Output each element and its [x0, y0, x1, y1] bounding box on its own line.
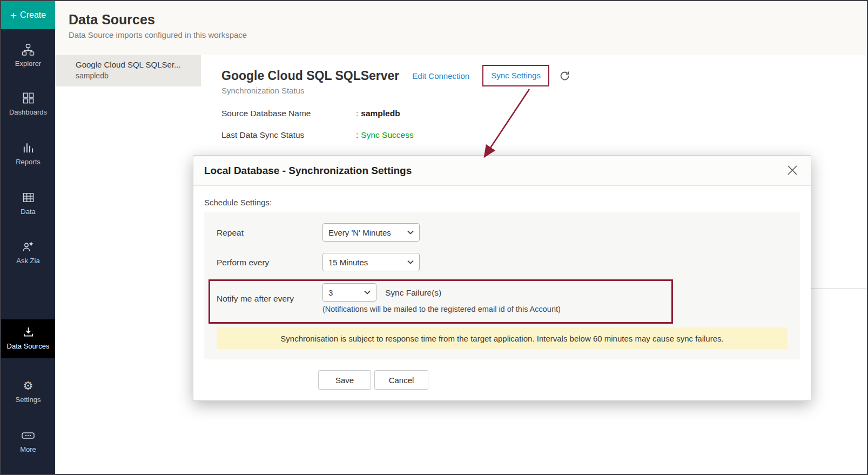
more-icon: [1, 429, 55, 443]
sidebar-item-label: Dashboards: [1, 108, 55, 117]
ask-zia-icon: [1, 240, 55, 255]
chevron-down-icon: [407, 230, 414, 235]
sync-settings-dialog: Local Database - Synchronization Setting…: [193, 155, 811, 401]
sidebar-item-label: Data: [1, 208, 55, 216]
chevron-down-icon: [364, 290, 371, 295]
perform-every-select-value: 15 Minutes: [328, 258, 368, 267]
sidebar-item-settings[interactable]: ⚙ Settings: [1, 379, 55, 404]
perform-every-select[interactable]: 15 Minutes: [322, 253, 420, 271]
sync-warning-banner: Synchronisation is subject to response t…: [217, 327, 788, 349]
create-button-label: Create: [20, 10, 46, 20]
schedule-settings-label: Schedule Settings:: [204, 198, 272, 207]
source-database: sampledb: [76, 71, 196, 80]
sync-status-value: Sync Success: [361, 130, 413, 140]
field-label: Source Database Name: [221, 109, 356, 118]
dialog-title: Local Database - Synchronization Setting…: [204, 165, 412, 177]
sidebar-item-data[interactable]: Data: [1, 191, 55, 216]
sync-failures-suffix: Sync Failure(s): [385, 288, 441, 298]
sidebar-item-ask-zia[interactable]: Ask Zia: [1, 240, 55, 265]
sync-settings-link[interactable]: Sync Settings: [491, 71, 541, 80]
page-subtitle: Data Source imports configured in this w…: [69, 30, 247, 39]
divider: [811, 288, 868, 289]
sidebar-item-label: Explorer: [1, 59, 55, 68]
colon: :: [356, 109, 358, 118]
notify-label: Notify me after every: [217, 294, 294, 304]
sidebar-item-reports[interactable]: Reports: [1, 142, 55, 166]
sidebar: + Create Explorer Dashboards Reports: [1, 1, 55, 474]
notify-count-value: 3: [328, 288, 333, 297]
close-icon[interactable]: [786, 164, 799, 177]
sidebar-item-explorer[interactable]: Explorer: [1, 43, 55, 68]
schedule-settings-panel: Repeat Every 'N' Minutes Perform every 1…: [204, 212, 800, 359]
sync-settings-annotation-box: Sync Settings: [482, 65, 549, 86]
detail-title: Google Cloud SQL SQLServer: [221, 69, 399, 83]
field-label: Last Data Sync Status: [221, 130, 356, 140]
repeat-label: Repeat: [217, 228, 244, 238]
notify-count-select[interactable]: 3: [322, 283, 376, 302]
sidebar-item-dashboards[interactable]: Dashboards: [1, 92, 55, 117]
dashboards-icon: [1, 92, 55, 106]
data-table-icon: [1, 191, 55, 205]
list-item-google-cloud-sql[interactable]: Google Cloud SQL SQLSer... sampledb: [55, 55, 201, 86]
perform-every-label: Perform every: [217, 258, 269, 267]
create-button[interactable]: + Create: [1, 1, 55, 29]
sidebar-item-label: Ask Zia: [1, 257, 55, 265]
save-button[interactable]: Save: [318, 370, 371, 390]
sidebar-item-label: Reports: [1, 158, 55, 166]
cancel-button[interactable]: Cancel: [374, 370, 428, 390]
repeat-select-value: Every 'N' Minutes: [328, 228, 391, 237]
colon: :: [356, 130, 358, 140]
field-last-sync-status: Last Data Sync Status : Sync Success: [221, 130, 414, 140]
data-source-list: Google Cloud SQL SQLSer... sampledb: [55, 55, 201, 474]
gear-icon: ⚙: [1, 379, 55, 393]
sync-status-section-label: Synchronization Status: [221, 86, 304, 95]
field-source-database-name: Source Database Name : sampledb: [221, 109, 400, 118]
app-window: + Create Explorer Dashboards Reports: [0, 0, 868, 475]
sidebar-item-more[interactable]: More: [1, 429, 55, 454]
page-title: Data Sources: [69, 12, 155, 28]
sidebar-item-label: Settings: [1, 396, 55, 404]
page-header: Data Sources Data Source imports configu…: [55, 1, 867, 55]
sidebar-item-data-sources[interactable]: Data Sources: [1, 319, 55, 358]
explorer-icon: [1, 43, 55, 57]
sidebar-item-label: More: [1, 445, 55, 454]
edit-connection-link[interactable]: Edit Connection: [412, 71, 469, 81]
field-value: sampledb: [361, 109, 400, 118]
chevron-down-icon: [407, 260, 414, 264]
plus-icon: +: [10, 10, 17, 21]
reports-icon: [1, 142, 55, 156]
notify-note: (Notifications will be mailed to the reg…: [322, 305, 561, 313]
sidebar-item-label: Data Sources: [1, 342, 55, 351]
source-name: Google Cloud SQL SQLSer...: [76, 60, 196, 69]
dialog-titlebar: Local Database - Synchronization Setting…: [193, 156, 811, 186]
repeat-select[interactable]: Every 'N' Minutes: [322, 223, 420, 242]
data-sources-icon: [1, 326, 55, 340]
refresh-icon[interactable]: [559, 70, 570, 82]
